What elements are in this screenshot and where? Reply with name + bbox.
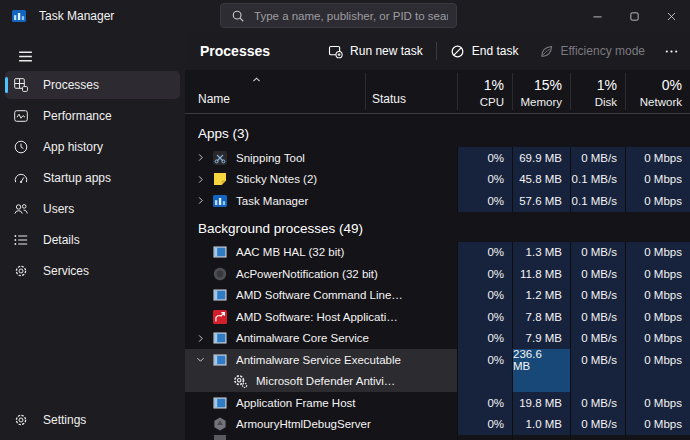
power-circle-icon — [212, 266, 228, 282]
disk-cell: 0 MB/s — [570, 392, 625, 414]
end-task-button[interactable]: End task — [440, 36, 529, 66]
close-icon — [665, 10, 678, 23]
menu-button[interactable] — [10, 42, 40, 70]
disk-cell: 0 MB/s — [570, 147, 625, 169]
chevron-right-icon[interactable] — [195, 195, 209, 206]
expand-chevron-icon — [195, 311, 209, 322]
sidebar-item-label: Settings — [43, 413, 86, 427]
process-row[interactable]: Antimalware Core Service 0% 7.9 MB 0 MB/… — [185, 328, 690, 350]
column-separator — [570, 73, 571, 110]
chevron-right-icon[interactable] — [195, 174, 209, 185]
process-row[interactable]: Snipping Tool 0% 69.9 MB 0 MB/s 0 Mbps — [185, 147, 690, 169]
process-name-cell: Antimalware Core Service — [185, 328, 457, 350]
process-row[interactable]: AMD Software: Host Applicati… 0% 7.8 MB … — [185, 306, 690, 328]
sidebar-item-app-history[interactable]: App history — [5, 133, 180, 161]
selected-indicator — [5, 77, 8, 93]
cpu-column-label: CPU — [457, 96, 504, 108]
sidebar-item-details[interactable]: Details — [5, 226, 180, 254]
memory-cell: 7.8 MB — [512, 306, 570, 328]
network-cell — [625, 371, 690, 393]
amd-icon — [212, 309, 228, 325]
search-input[interactable] — [245, 10, 456, 22]
efficiency-mode-button[interactable]: Efficiency mode — [529, 36, 656, 66]
hamburger-menu-icon — [17, 48, 34, 65]
process-name: Application Frame Host — [236, 397, 356, 409]
network-cell: 0 Mbps — [625, 285, 690, 307]
section-header-apps-3[interactable]: Apps (3) — [185, 114, 690, 147]
process-row[interactable]: Antimalware Service Executable 0% 236.6 … — [185, 349, 690, 371]
close-button[interactable] — [653, 0, 690, 32]
sidebar: Processes Performance App history Startu… — [0, 32, 185, 440]
column-header-disk[interactable]: 1% Disk — [570, 70, 625, 113]
process-row[interactable]: Application Frame Host 0% 19.8 MB 0 MB/s… — [185, 392, 690, 414]
section-header-background-processes-49[interactable]: Background processes (49) — [185, 212, 690, 242]
cpu-cell: 0% — [457, 285, 512, 307]
process-name: AcPowerNotification (32 bit) — [236, 268, 378, 280]
process-name-cell: Sticky Notes (2) — [185, 169, 457, 191]
sidebar-item-label: Performance — [43, 109, 112, 123]
process-row[interactable] — [185, 435, 690, 440]
sidebar-item-label: Startup apps — [43, 171, 111, 185]
sidebar-item-processes[interactable]: Processes — [5, 71, 180, 99]
armoury-icon — [212, 416, 228, 432]
sidebar-item-startup-apps[interactable]: Startup apps — [5, 164, 180, 192]
disk-cell: 0 MB/s — [570, 285, 625, 307]
window-app-icon — [212, 352, 228, 368]
process-row[interactable]: ArmouryHtmlDebugServer 0% 1.0 MB 0 MB/s … — [185, 414, 690, 436]
run-new-task-label: Run new task — [350, 44, 423, 58]
sidebar-item-services[interactable]: Services — [5, 257, 180, 285]
run-new-task-button[interactable]: Run new task — [318, 36, 433, 66]
sidebar-item-performance[interactable]: Performance — [5, 102, 180, 130]
process-name: AMD Software: Host Applicati… — [236, 311, 398, 323]
process-row[interactable]: Sticky Notes (2) 0% 45.8 MB 0.1 MB/s 0 M… — [185, 169, 690, 191]
disk-cell: 0 MB/s — [570, 306, 625, 328]
chevron-down-icon[interactable] — [195, 354, 209, 365]
minimize-button[interactable] — [579, 0, 616, 32]
process-name-cell: ArmouryHtmlDebugServer — [185, 414, 457, 436]
network-cell: 0 Mbps — [625, 328, 690, 350]
process-row[interactable]: AMD Software Command Line… 0% 1.2 MB 0 M… — [185, 285, 690, 307]
memory-total-usage: 15% — [512, 77, 562, 93]
maximize-button[interactable] — [616, 0, 653, 32]
column-header-cpu[interactable]: 1% CPU — [457, 70, 512, 113]
sidebar-item-settings[interactable]: Settings — [5, 406, 180, 434]
process-name-cell: Application Frame Host — [185, 392, 457, 414]
toolbar: Processes Run new task End task Efficien… — [185, 32, 690, 70]
network-cell: 0 Mbps — [625, 349, 690, 371]
efficiency-mode-label: Efficiency mode — [561, 44, 646, 58]
users-icon — [13, 201, 29, 217]
sidebar-item-label: App history — [43, 140, 103, 154]
process-name: ArmouryHtmlDebugServer — [236, 418, 371, 430]
disk-cell: 0.1 MB/s — [570, 169, 625, 191]
network-cell: 0 Mbps — [625, 190, 690, 212]
column-header-memory[interactable]: 15% Memory — [512, 70, 570, 113]
column-header-name[interactable]: Name — [198, 92, 230, 106]
column-header-network[interactable]: 0% Network — [625, 70, 690, 113]
sidebar-nav: Processes Performance App history Startu… — [0, 71, 185, 288]
column-header-status[interactable]: Status — [372, 92, 406, 106]
process-row[interactable]: AAC MB HAL (32 bit) 0% 1.3 MB 0 MB/s 0 M… — [185, 242, 690, 264]
search-box[interactable] — [220, 3, 457, 28]
sidebar-item-label: Users — [43, 202, 74, 216]
column-separator — [625, 73, 626, 110]
cpu-cell: 0% — [457, 242, 512, 264]
process-row[interactable]: Task Manager 0% 57.6 MB 0.1 MB/s 0 Mbps — [185, 190, 690, 212]
sort-ascending-icon[interactable] — [251, 74, 262, 85]
memory-column-label: Memory — [512, 96, 562, 108]
chevron-right-icon[interactable] — [195, 152, 209, 163]
process-row[interactable]: Microsoft Defender Antivi… — [185, 371, 690, 393]
network-cell: 0 Mbps — [625, 147, 690, 169]
sidebar-item-users[interactable]: Users — [5, 195, 180, 223]
process-row[interactable]: AcPowerNotification (32 bit) 0% 11.8 MB … — [185, 263, 690, 285]
process-name: Task Manager — [236, 195, 308, 207]
window-app-icon — [212, 244, 228, 260]
cpu-cell: 0% — [457, 414, 512, 436]
memory-cell: 19.8 MB — [512, 392, 570, 414]
memory-cell: 11.8 MB — [512, 263, 570, 285]
chevron-right-icon[interactable] — [195, 333, 209, 344]
generic-icon — [212, 435, 228, 440]
memory-cell: 57.6 MB — [512, 190, 570, 212]
more-options-button[interactable] — [655, 36, 688, 66]
cpu-cell: 0% — [457, 190, 512, 212]
process-name: Sticky Notes (2) — [236, 173, 317, 185]
